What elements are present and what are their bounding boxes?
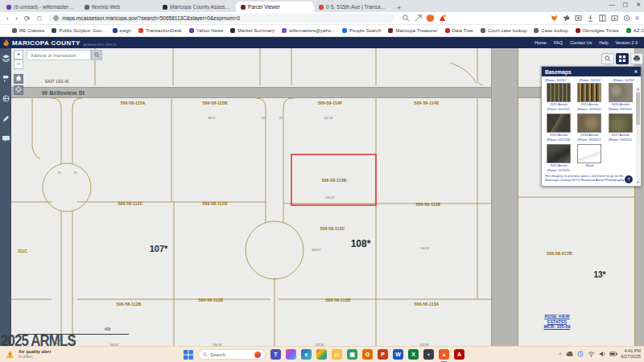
maximize-button[interactable]: ▢ [623, 2, 629, 8]
basemap-thumbnail[interactable] [609, 83, 633, 102]
close-button[interactable]: ✕ [636, 2, 641, 8]
bookmark-item[interactable]: Case lookup [534, 28, 568, 33]
onedrive-icon[interactable] [566, 352, 573, 357]
bookmark-item[interactable]: Okmulgee Times [576, 28, 619, 33]
edge-taskbar-icon[interactable]: e [301, 349, 312, 360]
header-link[interactable]: Contact Us [570, 40, 592, 45]
tray-chevron-icon[interactable]: ^ [559, 352, 561, 357]
screenshot-icon[interactable] [575, 14, 582, 22]
snipping-taskbar-icon[interactable]: ▪ [423, 349, 434, 360]
start-button[interactable] [184, 350, 193, 360]
wifi-icon[interactable] [588, 352, 595, 357]
bookmark-item[interactable]: Data Tree [445, 28, 473, 33]
locate-button[interactable] [14, 85, 23, 95]
basemap-option[interactable]: 2021 Aerials(Flown: 10/2020- [576, 83, 603, 111]
bookmark-item[interactable]: Market Summary [230, 28, 275, 33]
acrobat-taskbar-icon[interactable]: A [454, 349, 464, 360]
browser-tab[interactable]: 0 S. 515th Ave | TransactionDesk [314, 2, 392, 12]
address-bar[interactable]: maps.mcassessor.maricopa.gov/?search=506… [48, 14, 394, 23]
legend-icon[interactable] [2, 75, 10, 82]
split-view-icon[interactable] [599, 14, 606, 22]
teams-taskbar-icon[interactable]: T [270, 349, 281, 360]
print-button[interactable] [630, 53, 643, 64]
speaker-icon[interactable] [599, 351, 605, 357]
layers-icon[interactable] [2, 55, 10, 62]
browser-tab[interactable]: flexmls Web [80, 2, 158, 12]
basemap-option[interactable]: 2018 Aerials(Flown: 09/2017- [576, 113, 603, 142]
bookmark-item[interactable]: Maricopa Treasurer [388, 28, 437, 33]
bookmark-item[interactable]: esign [113, 28, 131, 33]
clock[interactable]: 4:41 PM 6/27/2025 [621, 348, 641, 360]
browser-tab[interactable]: Maricopa County Assessor's Office [158, 2, 236, 12]
outlook-taskbar-icon[interactable]: O [362, 349, 373, 360]
extensions-puzzle-icon[interactable] [563, 14, 570, 22]
back-icon[interactable]: ‹ [6, 14, 9, 23]
bookmark-item[interactable]: willemasters@yaho... [282, 28, 335, 33]
scroll-down-icon[interactable]: ▼ [636, 180, 640, 184]
basemap-thumbnail[interactable] [547, 144, 571, 163]
chrome-taskbar-icon[interactable] [316, 349, 327, 360]
header-link[interactable]: FAQ [554, 40, 563, 45]
download-icon[interactable] [587, 14, 594, 22]
zoom-icon[interactable] [402, 14, 410, 22]
basemap-thumbnail[interactable] [547, 83, 571, 102]
map-search-input[interactable] [31, 53, 90, 58]
battery-icon[interactable] [609, 352, 617, 356]
header-link[interactable]: Home [535, 40, 547, 45]
excel-taskbar-icon[interactable]: X [408, 349, 419, 360]
share-icon[interactable] [415, 14, 422, 22]
powerpoint-taskbar-icon[interactable]: P [378, 349, 388, 360]
shield-extension-icon[interactable] [427, 14, 434, 22]
media-icon[interactable] [611, 14, 618, 22]
metamask-icon[interactable] [551, 14, 558, 22]
basemap-thumbnail[interactable] [577, 144, 601, 163]
header-link[interactable]: Version 2.3 [615, 40, 638, 45]
bookmark-item[interactable]: Public Surplus: Gov... [52, 28, 105, 33]
zoom-out-button[interactable]: − [14, 60, 23, 69]
find-parcel-button[interactable] [601, 53, 614, 64]
bookmark-item[interactable]: Court case lookup [481, 28, 526, 33]
reload-icon[interactable]: ⟳ [24, 14, 31, 23]
basemap-option[interactable]: 2022 Aerials(Flown: 10/2021- [545, 83, 572, 111]
new-tab-button[interactable]: + [397, 4, 401, 12]
basemap-option[interactable]: 2017 Aerials(Flown: 09/2016- [607, 113, 634, 142]
weather-widget[interactable]: Air quality alert In effect [5, 349, 51, 359]
photos-taskbar-icon[interactable]: ▣ [347, 349, 357, 360]
copilot-taskbar-icon[interactable] [286, 349, 296, 360]
forward-icon[interactable]: › [15, 14, 18, 23]
close-icon[interactable]: ✕ [634, 69, 638, 74]
draw-pencil-icon[interactable] [2, 115, 10, 122]
basemap-option[interactable]: 2012 Aerials(Flown: 11/2015- [545, 144, 572, 172]
basemap-globe-icon[interactable] [2, 95, 10, 102]
basemap-option[interactable]: 2020 Aerials(Flown: 09/2019- [607, 83, 634, 111]
basemaps-button[interactable] [616, 53, 629, 64]
reading-list-icon[interactable]: ▢ [37, 15, 43, 22]
menu-icon[interactable]: ≡ [635, 14, 639, 22]
profile-target-icon[interactable] [623, 14, 630, 22]
scrollbar-thumb[interactable] [636, 93, 640, 125]
bookmark-item[interactable]: People Search [342, 28, 381, 33]
map-search-button[interactable] [91, 50, 102, 60]
word-taskbar-icon[interactable]: W [393, 349, 403, 360]
subdivision-link[interactable]: ROSE VIEWESTATESMCR: 105-09 [543, 314, 570, 330]
bookmark-item[interactable]: Yahoo News [189, 28, 224, 33]
basemap-thumbnail[interactable] [609, 113, 633, 133]
basemap-thumbnail[interactable] [547, 113, 571, 133]
feedback-icon[interactable] [2, 135, 10, 142]
basemaps-footer-link[interactable]: For imagery in previous years, click her… [545, 174, 634, 182]
bookmark-item[interactable]: TransactionDesk [138, 28, 182, 33]
basemap-thumbnail[interactable] [577, 83, 601, 102]
home-button[interactable] [14, 74, 23, 84]
file-explorer-taskbar-icon[interactable]: ▭ [332, 349, 342, 360]
map-search-box[interactable] [27, 50, 91, 60]
sync-icon[interactable] [577, 351, 584, 357]
header-link[interactable]: Help [599, 40, 608, 45]
zoom-in-button[interactable]: + [14, 50, 23, 60]
taskbar-search[interactable]: Search [198, 349, 266, 360]
basemap-option[interactable]: 2019 Aerials(Flown: 09/2018- [545, 113, 572, 142]
site-info-icon[interactable] [53, 15, 59, 21]
basemap-option[interactable]: Flood [576, 144, 603, 172]
bookmark-item[interactable]: AZ Classes [626, 28, 644, 33]
alert-extension-icon[interactable] [439, 14, 446, 22]
minimize-button[interactable]: — [609, 2, 615, 8]
